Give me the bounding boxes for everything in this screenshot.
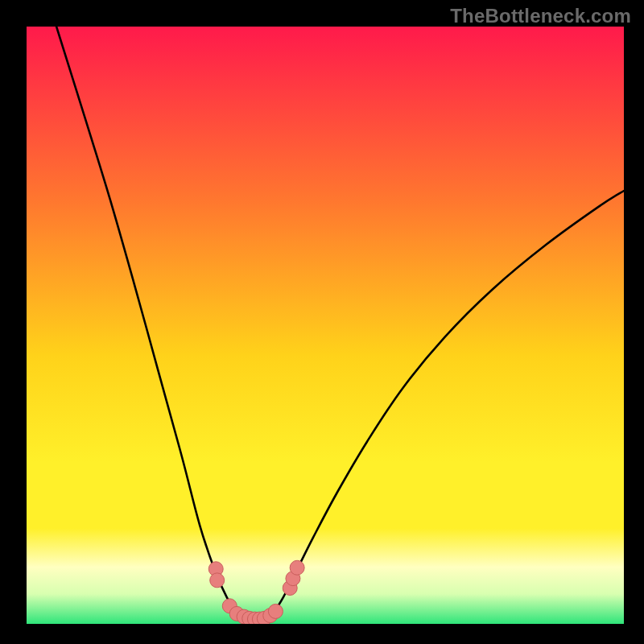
plot-area [27,27,624,624]
data-marker [210,573,225,588]
data-marker [268,604,283,618]
gradient-background [27,27,624,624]
data-marker [290,560,304,575]
chart-container: TheBottleneck.com [0,0,644,644]
watermark-text: TheBottleneck.com [450,5,631,27]
